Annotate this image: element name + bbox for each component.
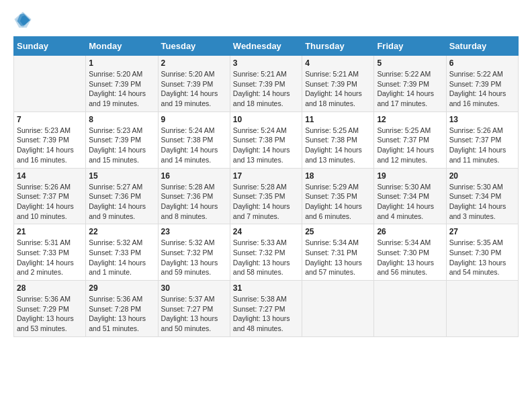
logo-icon [13, 11, 32, 30]
day-info: Sunrise: 5:38 AM Sunset: 7:27 PM Dayligh… [233, 294, 299, 334]
day-info: Sunrise: 5:25 AM Sunset: 7:37 PM Dayligh… [377, 126, 443, 165]
day-info: Sunrise: 5:34 AM Sunset: 7:31 PM Dayligh… [305, 238, 371, 277]
day-info: Sunrise: 5:34 AM Sunset: 7:30 PM Dayligh… [377, 238, 443, 277]
page-header [13, 11, 519, 30]
calendar-cell: 9Sunrise: 5:24 AM Sunset: 7:38 PM Daylig… [158, 111, 230, 168]
day-number: 24 [233, 227, 299, 236]
calendar-cell: 12Sunrise: 5:25 AM Sunset: 7:37 PM Dayli… [374, 111, 446, 168]
calendar-cell: 26Sunrise: 5:34 AM Sunset: 7:30 PM Dayli… [374, 224, 446, 281]
calendar-cell: 27Sunrise: 5:35 AM Sunset: 7:30 PM Dayli… [446, 224, 518, 281]
calendar-cell [446, 281, 518, 337]
day-number: 6 [449, 58, 515, 68]
day-number: 29 [89, 283, 154, 293]
day-info: Sunrise: 5:32 AM Sunset: 7:32 PM Dayligh… [161, 238, 227, 277]
day-number: 3 [233, 58, 299, 68]
calendar-cell: 18Sunrise: 5:29 AM Sunset: 7:35 PM Dayli… [302, 168, 374, 224]
day-number: 9 [161, 115, 227, 124]
day-number: 27 [449, 227, 515, 236]
day-number: 14 [17, 171, 83, 181]
day-number: 17 [233, 171, 299, 181]
day-number: 8 [89, 115, 154, 124]
calendar-cell [14, 56, 86, 112]
calendar-cell: 22Sunrise: 5:32 AM Sunset: 7:33 PM Dayli… [86, 224, 158, 281]
day-number: 16 [161, 171, 227, 181]
calendar-cell: 4Sunrise: 5:21 AM Sunset: 7:39 PM Daylig… [302, 56, 374, 112]
day-info: Sunrise: 5:32 AM Sunset: 7:33 PM Dayligh… [89, 238, 154, 277]
day-info: Sunrise: 5:25 AM Sunset: 7:38 PM Dayligh… [305, 126, 371, 165]
calendar-cell: 30Sunrise: 5:37 AM Sunset: 7:27 PM Dayli… [158, 281, 230, 337]
weekday-header-friday: Friday [374, 37, 446, 56]
calendar-cell: 7Sunrise: 5:23 AM Sunset: 7:39 PM Daylig… [14, 111, 86, 168]
calendar-cell: 8Sunrise: 5:23 AM Sunset: 7:39 PM Daylig… [86, 111, 158, 168]
day-info: Sunrise: 5:24 AM Sunset: 7:38 PM Dayligh… [161, 126, 227, 165]
day-number: 7 [17, 115, 83, 124]
day-number: 15 [89, 171, 154, 181]
day-number: 18 [305, 171, 371, 181]
calendar-cell: 13Sunrise: 5:26 AM Sunset: 7:37 PM Dayli… [446, 111, 518, 168]
day-number: 28 [17, 283, 83, 293]
weekday-header-wednesday: Wednesday [230, 37, 302, 56]
calendar-cell [302, 281, 374, 337]
day-number: 30 [161, 283, 227, 293]
day-number: 5 [377, 58, 443, 68]
calendar-cell: 3Sunrise: 5:21 AM Sunset: 7:39 PM Daylig… [230, 56, 302, 112]
day-number: 25 [305, 227, 371, 236]
day-number: 23 [161, 227, 227, 236]
logo [13, 11, 35, 30]
calendar-cell: 11Sunrise: 5:25 AM Sunset: 7:38 PM Dayli… [302, 111, 374, 168]
day-info: Sunrise: 5:28 AM Sunset: 7:35 PM Dayligh… [233, 182, 299, 222]
day-info: Sunrise: 5:33 AM Sunset: 7:32 PM Dayligh… [233, 238, 299, 277]
day-number: 20 [449, 171, 515, 181]
calendar-cell: 20Sunrise: 5:30 AM Sunset: 7:34 PM Dayli… [446, 168, 518, 224]
day-info: Sunrise: 5:27 AM Sunset: 7:36 PM Dayligh… [89, 182, 154, 222]
day-info: Sunrise: 5:20 AM Sunset: 7:39 PM Dayligh… [161, 69, 227, 109]
day-info: Sunrise: 5:21 AM Sunset: 7:39 PM Dayligh… [233, 69, 299, 109]
day-number: 22 [89, 227, 154, 236]
day-info: Sunrise: 5:22 AM Sunset: 7:39 PM Dayligh… [377, 69, 443, 109]
calendar-cell: 23Sunrise: 5:32 AM Sunset: 7:32 PM Dayli… [158, 224, 230, 281]
day-info: Sunrise: 5:36 AM Sunset: 7:28 PM Dayligh… [89, 294, 154, 334]
calendar-cell: 5Sunrise: 5:22 AM Sunset: 7:39 PM Daylig… [374, 56, 446, 112]
day-info: Sunrise: 5:20 AM Sunset: 7:39 PM Dayligh… [89, 69, 154, 109]
calendar-cell: 6Sunrise: 5:22 AM Sunset: 7:39 PM Daylig… [446, 56, 518, 112]
day-info: Sunrise: 5:31 AM Sunset: 7:33 PM Dayligh… [17, 238, 83, 277]
day-number: 21 [17, 227, 83, 236]
day-info: Sunrise: 5:36 AM Sunset: 7:29 PM Dayligh… [17, 294, 83, 334]
calendar-cell: 14Sunrise: 5:26 AM Sunset: 7:37 PM Dayli… [14, 168, 86, 224]
day-number: 13 [449, 115, 515, 124]
calendar-cell: 24Sunrise: 5:33 AM Sunset: 7:32 PM Dayli… [230, 224, 302, 281]
day-info: Sunrise: 5:22 AM Sunset: 7:39 PM Dayligh… [449, 69, 515, 109]
calendar-cell: 21Sunrise: 5:31 AM Sunset: 7:33 PM Dayli… [14, 224, 86, 281]
calendar-cell: 29Sunrise: 5:36 AM Sunset: 7:28 PM Dayli… [86, 281, 158, 337]
day-info: Sunrise: 5:30 AM Sunset: 7:34 PM Dayligh… [377, 182, 443, 222]
day-number: 19 [377, 171, 443, 181]
calendar-cell: 16Sunrise: 5:28 AM Sunset: 7:36 PM Dayli… [158, 168, 230, 224]
calendar-cell: 1Sunrise: 5:20 AM Sunset: 7:39 PM Daylig… [86, 56, 158, 112]
day-info: Sunrise: 5:29 AM Sunset: 7:35 PM Dayligh… [305, 182, 371, 222]
day-info: Sunrise: 5:26 AM Sunset: 7:37 PM Dayligh… [449, 126, 515, 165]
weekday-header-row: SundayMondayTuesdayWednesdayThursdayFrid… [14, 37, 519, 56]
day-info: Sunrise: 5:23 AM Sunset: 7:39 PM Dayligh… [17, 126, 83, 165]
weekday-header-sunday: Sunday [14, 37, 86, 56]
calendar-week-row: 7Sunrise: 5:23 AM Sunset: 7:39 PM Daylig… [14, 111, 519, 168]
day-number: 12 [377, 115, 443, 124]
calendar-cell: 17Sunrise: 5:28 AM Sunset: 7:35 PM Dayli… [230, 168, 302, 224]
calendar-table: SundayMondayTuesdayWednesdayThursdayFrid… [13, 36, 519, 337]
calendar-week-row: 14Sunrise: 5:26 AM Sunset: 7:37 PM Dayli… [14, 168, 519, 224]
calendar-week-row: 28Sunrise: 5:36 AM Sunset: 7:29 PM Dayli… [14, 281, 519, 337]
calendar-cell: 10Sunrise: 5:24 AM Sunset: 7:38 PM Dayli… [230, 111, 302, 168]
day-info: Sunrise: 5:26 AM Sunset: 7:37 PM Dayligh… [17, 182, 83, 222]
day-number: 26 [377, 227, 443, 236]
calendar-cell: 19Sunrise: 5:30 AM Sunset: 7:34 PM Dayli… [374, 168, 446, 224]
day-info: Sunrise: 5:21 AM Sunset: 7:39 PM Dayligh… [305, 69, 371, 109]
calendar-cell: 31Sunrise: 5:38 AM Sunset: 7:27 PM Dayli… [230, 281, 302, 337]
calendar-week-row: 21Sunrise: 5:31 AM Sunset: 7:33 PM Dayli… [14, 224, 519, 281]
weekday-header-monday: Monday [86, 37, 158, 56]
day-info: Sunrise: 5:24 AM Sunset: 7:38 PM Dayligh… [233, 126, 299, 165]
calendar-week-row: 1Sunrise: 5:20 AM Sunset: 7:39 PM Daylig… [14, 56, 519, 112]
day-info: Sunrise: 5:28 AM Sunset: 7:36 PM Dayligh… [161, 182, 227, 222]
day-info: Sunrise: 5:37 AM Sunset: 7:27 PM Dayligh… [161, 294, 227, 334]
day-number: 4 [305, 58, 371, 68]
day-number: 1 [89, 58, 154, 68]
weekday-header-saturday: Saturday [446, 37, 518, 56]
